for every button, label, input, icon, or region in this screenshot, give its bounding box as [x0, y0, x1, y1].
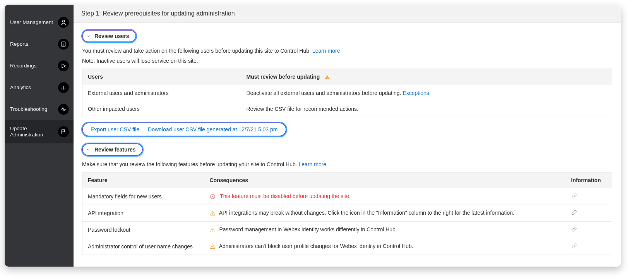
table-row: Mandatory fields for new users This feat…: [82, 188, 612, 205]
app-window: User Management Reports Recordings Analy…: [5, 5, 621, 267]
sidebar-item-analytics[interactable]: Analytics: [5, 77, 74, 98]
export-csv-link[interactable]: Export user CSV file: [91, 126, 139, 133]
sidebar-item-label: Update Administration: [10, 126, 58, 138]
csv-actions: Export user CSV file Download user CSV f…: [82, 122, 286, 136]
warning-icon: [210, 210, 216, 216]
review-users-body: You must review and take action on the f…: [82, 48, 612, 136]
sidebar-item-update-administration[interactable]: Update Administration: [5, 120, 74, 143]
col-review: Must review before updating: [241, 69, 612, 85]
error-icon: [210, 194, 216, 200]
learn-more-link[interactable]: Learn more: [299, 161, 327, 167]
play-icon: [58, 60, 69, 71]
review-users-toggle[interactable]: Review users: [82, 30, 136, 42]
table-row: Other impacted users Review the CSV file…: [82, 101, 612, 117]
info-link-icon[interactable]: [571, 193, 577, 199]
sidebar-item-recordings[interactable]: Recordings: [5, 55, 74, 77]
document-icon: [58, 39, 69, 50]
review-features-toggle[interactable]: Review features: [82, 143, 143, 156]
section-title: Review features: [94, 146, 136, 153]
review-features-body: Make sure that you review the following …: [82, 161, 612, 255]
col-information: Information: [566, 172, 612, 188]
learn-more-link[interactable]: Learn more: [312, 48, 340, 54]
info-link-icon[interactable]: [571, 210, 577, 215]
sidebar-item-label: Reports: [10, 41, 28, 47]
step-header: Step 1: Review prerequisites for updatin…: [74, 5, 621, 23]
warning-icon: [210, 244, 216, 250]
col-consequences: Consequences: [204, 172, 566, 188]
activity-icon: [58, 104, 69, 115]
col-feature: Feature: [82, 172, 204, 188]
col-users: Users: [82, 69, 241, 85]
sidebar: User Management Reports Recordings Analy…: [5, 5, 74, 267]
info-link-icon[interactable]: [571, 243, 577, 249]
warning-icon: [324, 74, 330, 80]
sidebar-item-label: Analytics: [10, 84, 31, 91]
info-link-icon[interactable]: [571, 226, 577, 232]
sidebar-item-reports[interactable]: Reports: [5, 33, 74, 55]
sidebar-item-troubleshooting[interactable]: Troubleshooting: [5, 98, 74, 120]
main-panel: Step 1: Review prerequisites for updatin…: [74, 5, 621, 267]
table-row: API integration API integrations may bre…: [82, 205, 612, 221]
intro-text: You must review and take action on the f…: [82, 48, 612, 54]
note-text: Note: Inactive users will lose service o…: [82, 58, 612, 64]
flag-icon: [58, 126, 69, 137]
table-row: Password lockout Password management in …: [82, 221, 612, 238]
exceptions-link[interactable]: Exceptions: [402, 90, 429, 96]
intro-text: Make sure that you review the following …: [82, 161, 612, 167]
section-title: Review users: [94, 33, 129, 39]
user-icon: [58, 17, 69, 28]
sidebar-item-user-management[interactable]: User Management: [5, 12, 74, 33]
chevron-down-icon: [86, 34, 91, 38]
chevron-down-icon: [86, 147, 91, 152]
warning-icon: [210, 227, 216, 233]
bars-icon: [58, 82, 69, 93]
download-csv-link[interactable]: Download user CSV file generated at 12/7…: [148, 126, 277, 133]
table-row: External users and administrators Deacti…: [82, 85, 612, 101]
features-table: Feature Consequences Information Mandato…: [82, 172, 612, 255]
sidebar-item-label: Troubleshooting: [10, 106, 47, 112]
users-table: Users Must review before updating Extern…: [82, 69, 612, 117]
sidebar-item-label: Recordings: [10, 63, 36, 69]
table-row: Administrator control of user name chang…: [82, 238, 612, 255]
sidebar-item-label: User Management: [10, 19, 53, 26]
